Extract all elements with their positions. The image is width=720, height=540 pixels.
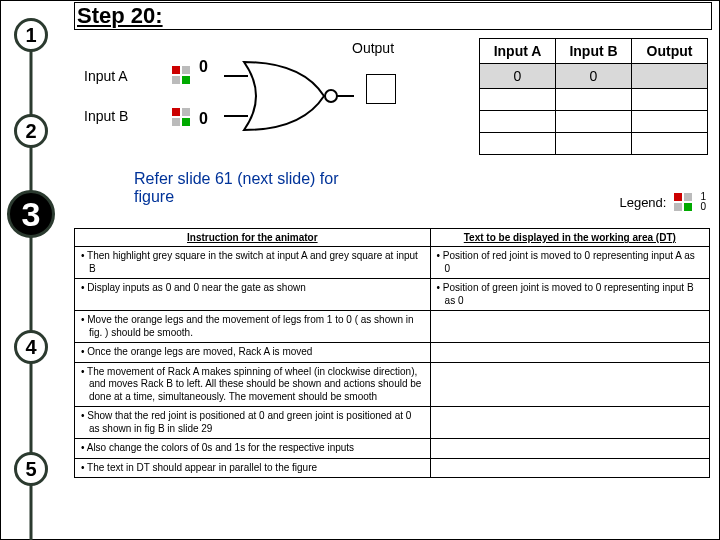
legend-values: 1 0 (700, 192, 706, 212)
instr-cell (430, 458, 709, 478)
tt-head-out: Output (632, 39, 708, 64)
svg-rect-1 (182, 66, 190, 74)
refer-text: Refer slide 61 (next slide) for figure (134, 170, 374, 206)
instr-cell: • Position of red joint is moved to 0 re… (430, 247, 709, 279)
tt-cell (632, 64, 708, 89)
instr-cell: • Then highlight grey square in the swit… (75, 247, 431, 279)
svg-rect-4 (172, 108, 180, 116)
tt-cell (480, 89, 556, 111)
tt-cell (632, 111, 708, 133)
svg-rect-6 (172, 118, 180, 126)
instr-head-left: Instruction for the animator (75, 229, 431, 247)
output-box (366, 74, 396, 104)
output-label: Output (352, 40, 394, 56)
page-title: Step 20: (77, 3, 163, 29)
tt-cell (632, 89, 708, 111)
step-dot-5: 5 (14, 452, 48, 486)
svg-rect-14 (674, 203, 682, 211)
instr-cell: • Display inputs as 0 and 0 near the gat… (75, 279, 431, 311)
switch-icon-b (172, 108, 190, 126)
input-b-value: 0 (199, 110, 208, 128)
svg-rect-0 (172, 66, 180, 74)
instr-bullet: • Move the orange legs and the movement … (81, 314, 424, 339)
input-a-label: Input A (84, 68, 128, 84)
step-dot-4: 4 (14, 330, 48, 364)
legend-zero: 0 (700, 201, 706, 212)
step-dot-2: 2 (14, 114, 48, 148)
instr-cell (430, 311, 709, 343)
instr-cell: • Move the orange legs and the movement … (75, 311, 431, 343)
tt-cell (480, 133, 556, 155)
instr-bullet: • Once the orange legs are moved, Rack A… (81, 346, 424, 359)
input-b-label: Input B (84, 108, 128, 124)
instr-bullet: • The movement of Rack A makes spinning … (81, 366, 424, 404)
instr-bullet: • Position of green joint is moved to 0 … (437, 282, 703, 307)
tt-cell (556, 133, 632, 155)
instr-cell: • Show that the red joint is positioned … (75, 407, 431, 439)
instr-bullet: • The text in DT should appear in parall… (81, 462, 424, 475)
instr-cell: • The text in DT should appear in parall… (75, 458, 431, 478)
svg-point-10 (325, 90, 337, 102)
instr-cell: • Position of green joint is moved to 0 … (430, 279, 709, 311)
instr-cell: • Also change the colors of 0s and 1s fo… (75, 439, 431, 459)
legend: Legend: 1 0 (619, 192, 706, 212)
tt-cell (480, 111, 556, 133)
tt-cell (556, 111, 632, 133)
svg-rect-3 (182, 76, 190, 84)
step-dot-1: 1 (14, 18, 48, 52)
instr-bullet: • Also change the colors of 0s and 1s fo… (81, 442, 424, 455)
tt-head-a: Input A (480, 39, 556, 64)
instr-head-right: Text to be displayed in the working area… (430, 229, 709, 247)
tt-cell: 0 (480, 64, 556, 89)
tt-cell (632, 133, 708, 155)
truth-table: Input A Input B Output 0 0 (479, 38, 708, 155)
instr-bullet: • Then highlight grey square in the swit… (81, 250, 424, 275)
svg-rect-15 (684, 203, 692, 211)
svg-rect-7 (182, 118, 190, 126)
input-a-value: 0 (199, 58, 208, 76)
svg-rect-5 (182, 108, 190, 116)
work-area: Input A Input B 0 0 Output Input A Input… (74, 32, 712, 220)
svg-rect-12 (674, 193, 682, 201)
instr-cell: • The movement of Rack A makes spinning … (75, 362, 431, 407)
instr-cell (430, 407, 709, 439)
svg-rect-13 (684, 193, 692, 201)
instr-bullet: • Position of red joint is moved to 0 re… (437, 250, 703, 275)
switch-icon-a (172, 66, 190, 84)
step-rail: 1 2 3 4 5 (14, 0, 48, 540)
tt-head-b: Input B (556, 39, 632, 64)
switch-icon-legend (674, 193, 692, 211)
instr-cell (430, 439, 709, 459)
instr-bullet: • Show that the red joint is positioned … (81, 410, 424, 435)
instr-cell (430, 343, 709, 363)
svg-rect-2 (172, 76, 180, 84)
nor-gate-icon (224, 58, 354, 134)
instr-cell: • Once the orange legs are moved, Rack A… (75, 343, 431, 363)
title-box: Step 20: (74, 2, 712, 30)
legend-label: Legend: (619, 195, 666, 210)
instr-cell (430, 362, 709, 407)
instruction-table: Instruction for the animator Text to be … (74, 228, 710, 478)
instr-bullet: • Display inputs as 0 and 0 near the gat… (81, 282, 424, 295)
tt-cell: 0 (556, 64, 632, 89)
step-dot-3-current: 3 (7, 190, 55, 238)
tt-cell (556, 89, 632, 111)
